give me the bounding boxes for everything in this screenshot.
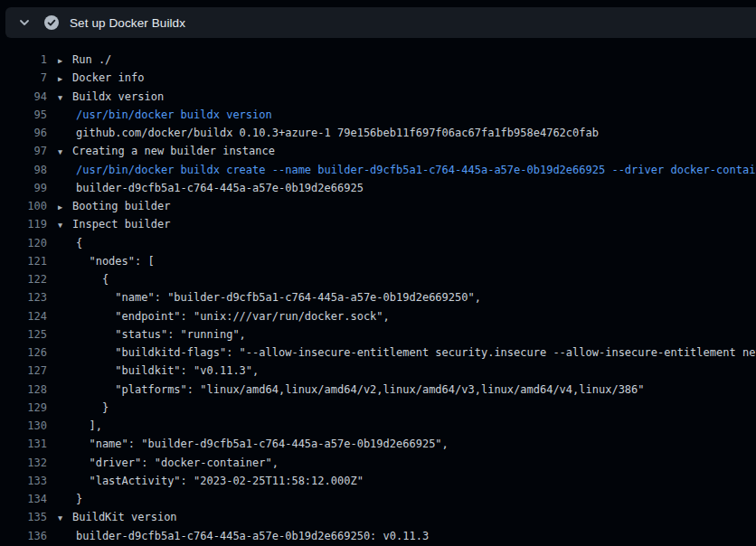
line-number[interactable]: 96 (0, 124, 47, 142)
log-line-text: "lastActivity": "2023-02-25T11:58:12.000… (76, 475, 364, 487)
line-number[interactable]: 1 (0, 51, 47, 69)
log-row: 134 } (0, 490, 756, 508)
log-line-text: ], (76, 419, 102, 432)
triangle-down-icon[interactable]: ▼ (58, 143, 72, 160)
log-line-text: "driver": "docker-container", (76, 457, 279, 469)
triangle-right-icon[interactable]: ▶ (58, 70, 72, 87)
line-number[interactable]: 100 (0, 197, 47, 215)
line-number[interactable]: 98 (0, 161, 47, 179)
log-line-body: builder-d9cfb5a1-c764-445a-a57e-0b19d2e6… (47, 179, 756, 197)
log-line-text: "platforms": "linux/amd64,linux/amd64/v2… (76, 383, 645, 396)
step-title: Set up Docker Buildx (70, 16, 185, 30)
log-line-text: /usr/bin/docker buildx version (76, 108, 272, 121)
log-row: 124 "endpoint": "unix:///var/run/docker.… (0, 307, 756, 325)
log-line-text: { (76, 237, 82, 249)
log-line-body: ▶Booting builder (47, 197, 756, 215)
log-row: 121 "nodes": [ (0, 252, 756, 270)
log-line-text: "name": "builder-d9cfb5a1-c764-445a-a57e… (76, 438, 449, 450)
log-line-body: "nodes": [ (47, 252, 756, 270)
log-line-body: ▼BuildKit version (47, 508, 756, 526)
line-number[interactable]: 134 (0, 490, 47, 508)
log-line-body: "name": "builder-d9cfb5a1-c764-445a-a57e… (47, 435, 756, 453)
log-line-body: ▼Inspect builder (47, 215, 756, 233)
line-number[interactable]: 128 (0, 381, 47, 399)
log-row: 98 /usr/bin/docker buildx create --name … (0, 161, 756, 179)
triangle-down-icon[interactable]: ▼ (58, 89, 72, 106)
log-row: 133 "lastActivity": "2023-02-25T11:58:12… (0, 472, 756, 490)
log-row: 125 "status": "running", (0, 325, 756, 344)
log-line-body: { (47, 270, 756, 288)
log-line-text: "buildkitd-flags": "--allow-insecure-ent… (76, 346, 756, 359)
log-row: 128 "platforms": "linux/amd64,linux/amd6… (0, 381, 756, 399)
line-number[interactable]: 97 (0, 142, 47, 160)
log-line-body: } (47, 490, 756, 508)
log-line-text: "buildkit": "v0.11.3", (76, 364, 259, 377)
log-row: 136 builder-d9cfb5a1-c764-445a-a57e-0b19… (0, 527, 756, 545)
line-number[interactable]: 95 (0, 106, 47, 124)
line-number[interactable]: 123 (0, 288, 47, 306)
log-group-row[interactable]: 119 ▼Inspect builder (0, 215, 756, 233)
line-number[interactable]: 94 (0, 88, 47, 106)
log-line-body: "platforms": "linux/amd64,linux/amd64/v2… (47, 381, 756, 399)
log-line-text: Run ./ (72, 53, 111, 66)
log-line-text: builder-d9cfb5a1-c764-445a-a57e-0b19d2e6… (76, 182, 364, 194)
line-number[interactable]: 129 (0, 399, 47, 417)
line-number[interactable]: 133 (0, 472, 47, 490)
log-line-text: Creating a new builder instance (72, 145, 275, 157)
log-group-row[interactable]: 135 ▼BuildKit version (0, 508, 756, 526)
line-number[interactable]: 125 (0, 325, 47, 344)
log-row: 96 github.com/docker/buildx 0.10.3+azure… (0, 124, 756, 142)
log-group-row[interactable]: 1 ▶Run ./ (0, 51, 756, 69)
triangle-down-icon[interactable]: ▼ (58, 216, 72, 233)
line-number[interactable]: 126 (0, 344, 47, 362)
log-line-body: "buildkitd-flags": "--allow-insecure-ent… (47, 344, 756, 362)
log-line-text: Inspect builder (72, 218, 170, 231)
line-number[interactable]: 121 (0, 252, 47, 270)
log-line-body: /usr/bin/docker buildx version (47, 106, 756, 124)
log-group-row[interactable]: 7 ▶Docker info (0, 69, 756, 87)
log-group-row[interactable]: 97 ▼Creating a new builder instance (0, 142, 756, 160)
triangle-right-icon[interactable]: ▶ (58, 198, 72, 215)
line-number[interactable]: 136 (0, 527, 47, 545)
log-row: 131 "name": "builder-d9cfb5a1-c764-445a-… (0, 435, 756, 453)
line-number[interactable]: 119 (0, 215, 47, 233)
step-header[interactable]: Set up Docker Buildx (5, 7, 756, 38)
log-line-text: "name": "builder-d9cfb5a1-c764-445a-a57e… (76, 291, 481, 304)
line-number[interactable]: 131 (0, 435, 47, 453)
line-number[interactable]: 7 (0, 69, 47, 87)
log-group-row[interactable]: 94 ▼Buildx version (0, 88, 756, 106)
triangle-down-icon[interactable]: ▼ (58, 509, 72, 526)
log-line-body: "endpoint": "unix:///var/run/docker.sock… (47, 307, 756, 325)
log-row: 132 "driver": "docker-container", (0, 454, 756, 472)
log-row: 95 /usr/bin/docker buildx version (0, 106, 756, 124)
line-number[interactable]: 132 (0, 454, 47, 472)
line-number[interactable]: 130 (0, 417, 47, 435)
line-number[interactable]: 124 (0, 307, 47, 325)
log-line-body: ▼Buildx version (47, 88, 756, 106)
log-line-text: Booting builder (72, 200, 170, 212)
log-line-body: ▼Creating a new builder instance (47, 142, 756, 160)
log-line-text: "status": "running", (76, 328, 246, 341)
line-number[interactable]: 122 (0, 270, 47, 288)
log-line-body: "name": "builder-d9cfb5a1-c764-445a-a57e… (47, 288, 756, 306)
log-line-body: "driver": "docker-container", (47, 454, 756, 472)
log-line-body: } (47, 399, 756, 417)
line-number[interactable]: 127 (0, 362, 47, 380)
log-line-body: "lastActivity": "2023-02-25T11:58:12.000… (47, 472, 756, 490)
line-number[interactable]: 99 (0, 179, 47, 197)
triangle-right-icon[interactable]: ▶ (58, 52, 72, 69)
log-line-body: "buildkit": "v0.11.3", (47, 362, 756, 380)
log-row: 126 "buildkitd-flags": "--allow-insecure… (0, 344, 756, 362)
log-row: 120 { (0, 234, 756, 252)
log-group-row[interactable]: 100 ▶Booting builder (0, 197, 756, 215)
log-line-text: BuildKit version (72, 511, 177, 523)
log-line-text: } (76, 401, 109, 414)
log-line-text: "endpoint": "unix:///var/run/docker.sock… (76, 310, 390, 323)
log-line-body: ▶Docker info (47, 69, 756, 87)
log-line-body: github.com/docker/buildx 0.10.3+azure-1 … (47, 124, 756, 142)
chevron-down-icon[interactable] (18, 16, 31, 29)
log-line-text: Docker info (72, 71, 144, 84)
log-row: 130 ], (0, 417, 756, 435)
line-number[interactable]: 120 (0, 234, 47, 252)
line-number[interactable]: 135 (0, 508, 47, 526)
